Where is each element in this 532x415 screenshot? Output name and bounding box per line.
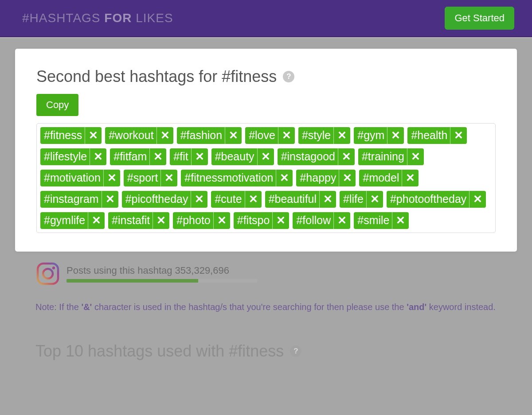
help-icon[interactable]: ? (290, 345, 301, 357)
hashtag-label: #health (407, 127, 450, 144)
remove-icon[interactable]: ✕ (278, 127, 295, 144)
hashtag-pill[interactable]: #model✕ (359, 170, 419, 186)
remove-icon[interactable]: ✕ (88, 212, 105, 229)
copy-button[interactable]: Copy (36, 94, 78, 116)
remove-icon[interactable]: ✕ (469, 191, 486, 208)
remove-icon[interactable]: ✕ (160, 170, 177, 186)
hashtag-pill[interactable]: #fitness✕ (40, 127, 102, 144)
remove-icon[interactable]: ✕ (102, 191, 118, 208)
hashtag-label: #fitness (40, 127, 85, 144)
remove-icon[interactable]: ✕ (153, 212, 169, 229)
note-b2: 'and' (407, 302, 426, 312)
hashtag-label: #gymlife (40, 212, 88, 229)
svg-point-2 (52, 267, 55, 269)
posts-label: Posts using this hashtag (66, 265, 175, 276)
remove-icon[interactable]: ✕ (191, 148, 208, 165)
hashtag-pill[interactable]: #motivation✕ (40, 170, 120, 186)
note-text: Note: If the '&' character is used in th… (35, 299, 497, 314)
remove-icon[interactable]: ✕ (407, 148, 424, 165)
remove-icon[interactable]: ✕ (103, 170, 120, 186)
remove-icon[interactable]: ✕ (333, 127, 350, 144)
note-b1: '&' (81, 302, 92, 312)
hashtag-pill[interactable]: #health✕ (407, 127, 467, 144)
hashtag-pill[interactable]: #fitfam✕ (110, 148, 166, 165)
remove-icon[interactable]: ✕ (276, 170, 293, 186)
hashtag-label: #fitspo (234, 212, 273, 229)
remove-icon[interactable]: ✕ (156, 127, 173, 144)
hashtag-pill[interactable]: #love✕ (245, 127, 295, 144)
hashtag-label: #photo (173, 212, 213, 229)
remove-icon[interactable]: ✕ (333, 212, 350, 229)
hashtag-pill[interactable]: #smile✕ (354, 212, 409, 229)
hashtag-pill[interactable]: #gymlife✕ (40, 212, 105, 229)
hashtag-label: #lifestyle (40, 148, 90, 165)
logo[interactable]: #HASHTAGS FOR LIKES (22, 11, 173, 25)
posts-info: Posts using this hashtag 353,329,696 (66, 265, 257, 283)
card-title-text: Second best hashtags for #fitness (36, 67, 277, 86)
hashtag-pill[interactable]: #happy✕ (296, 170, 356, 186)
hashtag-label: #beauty (211, 148, 257, 165)
hashtag-pill[interactable]: #sport✕ (124, 170, 177, 186)
hashtag-pill[interactable]: #workout✕ (105, 127, 173, 144)
note-p2: character is used in the hashtag/s that … (92, 302, 407, 312)
remove-icon[interactable]: ✕ (85, 127, 102, 144)
hashtag-pill[interactable]: #follow✕ (293, 212, 350, 229)
hashtag-pill[interactable]: #instafit✕ (108, 212, 169, 229)
remove-icon[interactable]: ✕ (319, 191, 336, 208)
hashtag-pill[interactable]: #life✕ (340, 191, 383, 208)
remove-icon[interactable]: ✕ (387, 127, 404, 144)
remove-icon[interactable]: ✕ (225, 127, 242, 144)
hashtag-pill[interactable]: #photooftheday✕ (387, 191, 486, 208)
hashtag-label: #model (359, 170, 402, 186)
hashtag-pill[interactable]: #gym✕ (354, 127, 404, 144)
remove-icon[interactable]: ✕ (213, 212, 230, 229)
hashtag-label: #picoftheday (122, 191, 191, 208)
remove-icon[interactable]: ✕ (257, 148, 274, 165)
remove-icon[interactable]: ✕ (450, 127, 467, 144)
header: #HASHTAGS FOR LIKES Get Started (0, 0, 532, 37)
remove-icon[interactable]: ✕ (392, 212, 409, 229)
hashtag-pill[interactable]: #instagood✕ (278, 148, 355, 165)
get-started-button[interactable]: Get Started (445, 7, 514, 30)
hashtag-pill[interactable]: #picoftheday✕ (122, 191, 208, 208)
help-icon[interactable]: ? (283, 71, 294, 82)
tag-box: #fitness✕#workout✕#fashion✕#love✕#style✕… (36, 123, 496, 233)
hashtag-label: #life (340, 191, 366, 208)
hashtag-pill[interactable]: #instagram✕ (40, 191, 118, 208)
note-p1: Note: If the (35, 302, 81, 312)
hashtag-pill[interactable]: #lifestyle✕ (40, 148, 106, 165)
hashtag-label: #style (298, 127, 333, 144)
hashtag-pill[interactable]: #beauty✕ (211, 148, 274, 165)
hashtag-label: #happy (296, 170, 339, 186)
hashtag-label: #fashion (177, 127, 225, 144)
hashtag-pill[interactable]: #photo✕ (173, 212, 230, 229)
hashtag-pill[interactable]: #fitnessmotivation✕ (181, 170, 293, 186)
remove-icon[interactable]: ✕ (338, 148, 355, 165)
hashtag-pill[interactable]: #training✕ (358, 148, 424, 165)
hashtag-label: #love (245, 127, 278, 144)
logo-suffix: LIKES (132, 11, 173, 25)
tag-list: #fitness✕#workout✕#fashion✕#love✕#style✕… (40, 127, 492, 231)
remove-icon[interactable]: ✕ (339, 170, 356, 186)
hashtag-label: #beautiful (265, 191, 319, 208)
hashtag-pill[interactable]: #fitspo✕ (234, 212, 289, 229)
hashtag-label: #instafit (108, 212, 153, 229)
hashtag-pill[interactable]: #fashion✕ (177, 127, 242, 144)
remove-icon[interactable]: ✕ (245, 191, 262, 208)
logo-bold: FOR (104, 11, 132, 25)
remove-icon[interactable]: ✕ (366, 191, 383, 208)
remove-icon[interactable]: ✕ (272, 212, 289, 229)
hashtag-label: #workout (105, 127, 156, 144)
hashtag-card: Second best hashtags for #fitness ? Copy… (15, 49, 517, 252)
hashtag-pill[interactable]: #style✕ (298, 127, 350, 144)
hashtag-label: #instagood (278, 148, 338, 165)
hashtag-pill[interactable]: #cute✕ (211, 191, 261, 208)
hashtag-label: #follow (293, 212, 333, 229)
remove-icon[interactable]: ✕ (90, 148, 106, 165)
hashtag-pill[interactable]: #fit✕ (170, 148, 207, 165)
hashtag-label: #fitnessmotivation (181, 170, 276, 186)
remove-icon[interactable]: ✕ (149, 148, 166, 165)
hashtag-pill[interactable]: #beautiful✕ (265, 191, 336, 208)
remove-icon[interactable]: ✕ (191, 191, 207, 208)
remove-icon[interactable]: ✕ (402, 170, 419, 186)
